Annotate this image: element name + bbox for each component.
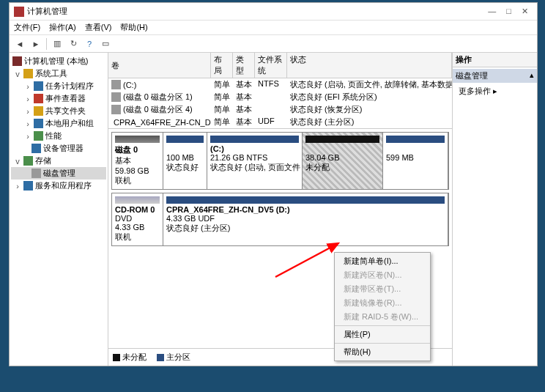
back-icon[interactable]: ◄: [14, 38, 26, 50]
legend-unallocated: 未分配: [113, 352, 147, 363]
menu-view[interactable]: 查看(V): [85, 22, 112, 33]
computer-icon: [12, 56, 22, 66]
menu-file[interactable]: 文件(F): [14, 22, 40, 33]
ctx-divider: [335, 325, 430, 326]
part-bar: [305, 136, 379, 143]
tree-root-label: 计算机管理 (本地): [24, 56, 88, 67]
disk-row-0[interactable]: 磁盘 0 基本 59.98 GB 联机 100 MB状态良好 (C:)21.26…: [111, 132, 449, 190]
show-icon[interactable]: ▥: [51, 38, 63, 50]
volume-table: 卷 布局 类型 文件系统 状态 (C:)简单基本NTFS状态良好 (启动, 页面…: [108, 53, 452, 129]
close-button[interactable]: ✕: [522, 7, 528, 16]
caret-icon: v: [14, 70, 21, 78]
disk-header[interactable]: 磁盘 0 基本 59.98 GB 联机: [112, 133, 163, 189]
ctx-new-striped-volume: 新建带区卷(T)...: [335, 282, 430, 296]
minimize-button[interactable]: —: [488, 7, 496, 16]
tree-diskmgmt[interactable]: 磁盘管理: [11, 167, 106, 180]
partition-unallocated[interactable]: 38.04 GB未分配: [303, 133, 383, 189]
toolbar-divider: [46, 38, 47, 50]
action-diskmgmt[interactable]: 磁盘管理▴: [453, 69, 537, 83]
perf-icon: [34, 131, 43, 141]
disk-size: 59.98 GB: [115, 166, 149, 175]
ctx-new-raid5-volume: 新建 RAID-5 卷(W)...: [335, 310, 430, 324]
tree-label: 服务和应用程序: [35, 180, 92, 191]
tree-event[interactable]: ›事件查看器: [11, 92, 106, 105]
caret-icon: ›: [14, 182, 21, 191]
help-icon[interactable]: ?: [84, 38, 95, 50]
partition-efi[interactable]: 100 MB状态良好: [163, 133, 207, 189]
users-icon: [34, 119, 43, 128]
tree-label: 性能: [45, 130, 62, 141]
toolbar: ◄ ► ▥ ↻ ? ▭: [10, 35, 537, 53]
disk-status: 联机: [115, 176, 131, 185]
maximize-button[interactable]: □: [506, 7, 511, 16]
window-title: 计算机管理: [27, 6, 488, 17]
disk-name: 磁盘 0: [115, 145, 138, 154]
disk-bar: [115, 136, 160, 143]
actions-pane: 操作 磁盘管理▴ 更多操作 ▸: [453, 53, 537, 366]
caret-icon: ›: [24, 132, 31, 141]
table-row[interactable]: CPRA_X64FRE_ZH-CN_DV5 (D:)简单基本UDF状态良好 (主…: [108, 116, 452, 128]
task-icon: [34, 81, 43, 91]
tree-storage[interactable]: v存储: [11, 155, 106, 167]
legend-swatch: [113, 354, 120, 361]
device-icon: [31, 144, 41, 153]
menubar: 文件(F) 操作(A) 查看(V) 帮助(H): [10, 21, 537, 35]
forward-icon[interactable]: ►: [30, 38, 42, 50]
folder-icon: [34, 106, 43, 116]
col-volume[interactable]: 卷: [108, 53, 211, 78]
tree-perf[interactable]: ›性能: [11, 130, 106, 142]
menu-action[interactable]: 操作(A): [49, 22, 76, 33]
table-header: 卷 布局 类型 文件系统 状态: [108, 53, 452, 78]
tree-label: 任务计划程序: [45, 81, 94, 92]
part-bar: [166, 136, 204, 143]
tree-root[interactable]: 计算机管理 (本地): [11, 55, 106, 67]
chevron-right-icon: ▸: [493, 86, 497, 95]
tree-label: 系统工具: [35, 68, 67, 79]
disk-header[interactable]: CD-ROM 0 DVD 4.33 GB 联机: [112, 193, 163, 245]
disk-size: 4.33 GB: [115, 223, 144, 232]
storage-icon: [23, 156, 33, 166]
tree-users[interactable]: ›本地用户和组: [11, 117, 106, 130]
tree-task[interactable]: ›任务计划程序: [11, 80, 106, 92]
table-row[interactable]: (C:)简单基本NTFS状态良好 (启动, 页面文件, 故障转储, 基本数据分: [108, 78, 452, 91]
disk-type: DVD: [115, 214, 132, 223]
partition-recovery[interactable]: 599 MB: [383, 133, 448, 189]
partition-c[interactable]: (C:)21.26 GB NTFS状态良好 (启动, 页面文件: [207, 133, 303, 189]
tree-systools[interactable]: v系统工具: [11, 67, 106, 80]
legend-primary: 主分区: [157, 352, 190, 363]
col-status[interactable]: 状态: [287, 53, 452, 78]
table-row[interactable]: (磁盘 0 磁盘分区 4)简单基本状态良好 (恢复分区): [108, 103, 452, 116]
tree-label: 事件查看器: [45, 93, 86, 104]
col-fs[interactable]: 文件系统: [255, 53, 287, 78]
context-menu: 新建简单卷(I)... 新建跨区卷(N)... 新建带区卷(T)... 新建镜像…: [334, 252, 431, 361]
vol-icon: [111, 92, 121, 102]
ctx-new-spanned-volume: 新建跨区卷(N)...: [335, 268, 430, 282]
caret-icon: ›: [24, 95, 31, 103]
refresh-icon[interactable]: ↻: [67, 38, 79, 50]
ctx-new-mirrored-volume: 新建镜像卷(R)...: [335, 296, 430, 310]
caret-icon: ›: [24, 107, 31, 116]
tree-label: 本地用户和组: [45, 118, 94, 129]
event-icon: [34, 94, 43, 103]
part-bar: [386, 136, 445, 143]
col-layout[interactable]: 布局: [211, 53, 233, 78]
action-more[interactable]: 更多操作 ▸: [456, 83, 534, 100]
tree-devmgr[interactable]: 设备管理器: [11, 142, 106, 155]
services-icon: [23, 181, 33, 191]
part-bar: [166, 196, 445, 204]
menu-help[interactable]: 帮助(H): [120, 22, 147, 33]
ctx-properties[interactable]: 属性(P): [335, 328, 430, 341]
ctx-help[interactable]: 帮助(H): [335, 345, 430, 359]
disk-row-cdrom[interactable]: CD-ROM 0 DVD 4.33 GB 联机 CPRA_X64FRE_ZH-C…: [111, 193, 449, 246]
settings-icon[interactable]: ▭: [100, 38, 111, 50]
partition-dvd[interactable]: CPRA_X64FRE_ZH-CN_DV5 (D:)4.33 GB UDF状态良…: [163, 193, 448, 245]
tree-services[interactable]: ›服务和应用程序: [11, 180, 106, 192]
ctx-new-simple-volume[interactable]: 新建简单卷(I)...: [335, 254, 430, 268]
caret-up-icon: ▴: [530, 70, 534, 81]
disk-type: 基本: [115, 156, 131, 165]
col-type[interactable]: 类型: [233, 53, 255, 78]
table-row[interactable]: (磁盘 0 磁盘分区 1)简单基本状态良好 (EFI 系统分区): [108, 91, 452, 103]
caret-icon: ›: [24, 82, 31, 91]
legend-swatch: [157, 354, 164, 361]
tree-shared[interactable]: ›共享文件夹: [11, 105, 106, 117]
